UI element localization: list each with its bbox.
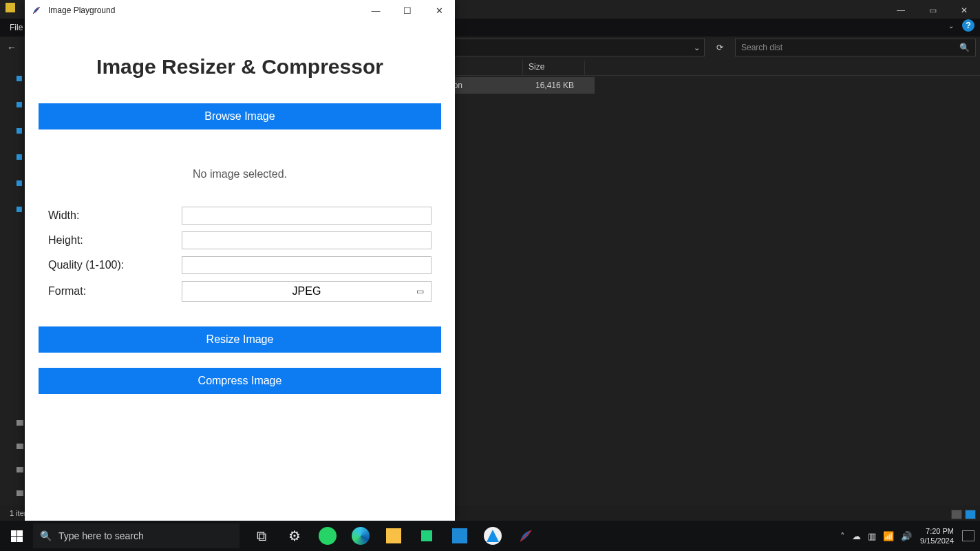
tkinter-app-task-icon[interactable] <box>509 521 542 551</box>
android-studio-icon[interactable] <box>476 521 509 551</box>
vscode-icon[interactable] <box>443 521 476 551</box>
back-arrow-icon[interactable]: ← <box>7 42 22 53</box>
resize-button[interactable]: Resize Image <box>39 326 441 353</box>
form: Width: Height: Quality (1-100): Format: … <box>39 207 441 302</box>
task-view-icon[interactable]: ⧉ <box>245 521 278 551</box>
taskbar-search[interactable]: 🔍 Type here to search <box>33 523 239 548</box>
explorer-search-input[interactable]: Search dist 🔍 <box>735 39 976 56</box>
browse-image-button[interactable]: Browse Image <box>39 103 441 129</box>
date: 9/15/2024 <box>920 536 954 545</box>
format-value: JPEG <box>292 285 321 298</box>
quality-row: Quality (1-100): <box>48 256 432 274</box>
format-select[interactable]: JPEG ▭ <box>182 281 432 302</box>
time: 7:20 PM <box>920 526 954 536</box>
sidebar-drives <box>17 420 23 496</box>
ribbon-caret-icon[interactable]: ⌄ <box>948 22 954 30</box>
app-window-controls: — ☐ ✕ <box>360 0 455 21</box>
view-mode-icons <box>951 510 976 519</box>
app-titlebar: Image Playground — ☐ ✕ <box>25 0 455 21</box>
quality-label: Quality (1-100): <box>48 259 182 271</box>
search-icon: 🔍 <box>40 530 52 541</box>
thumbnails-view-icon[interactable] <box>965 510 976 519</box>
app-title: Image Playground <box>48 6 115 15</box>
action-center-icon[interactable] <box>962 530 974 541</box>
search-icon: 🔍 <box>959 43 970 52</box>
edge-icon[interactable] <box>344 521 377 551</box>
search-placeholder: Search dist <box>741 43 782 52</box>
sidebar-item[interactable] <box>17 128 22 134</box>
explorer-window-controls: — ▭ ✕ <box>885 0 980 21</box>
whatsapp-icon[interactable] <box>311 521 344 551</box>
battery-icon[interactable]: ▥ <box>868 531 876 541</box>
help-icon[interactable]: ? <box>962 19 974 32</box>
minimize-button[interactable]: — <box>360 0 392 21</box>
format-row: Format: JPEG ▭ <box>48 281 432 302</box>
address-caret-icon[interactable]: ⌄ <box>694 43 700 52</box>
settings-icon[interactable]: ⚙ <box>278 521 311 551</box>
format-label: Format: <box>48 285 182 298</box>
sidebar-item[interactable] <box>17 444 23 449</box>
minimize-button[interactable]: — <box>885 0 917 21</box>
tray-chevron-icon[interactable]: ˄ <box>840 531 845 541</box>
width-label: Width: <box>48 209 182 222</box>
sidebar-item[interactable] <box>17 154 22 160</box>
column-size[interactable]: Size <box>523 61 585 75</box>
onedrive-icon[interactable]: ☁ <box>852 531 861 541</box>
sidebar-item[interactable] <box>17 467 23 472</box>
close-button[interactable]: ✕ <box>948 0 980 21</box>
quality-input[interactable] <box>182 256 432 274</box>
clock[interactable]: 7:20 PM 9/15/2024 <box>920 526 954 545</box>
pinned-apps: ⧉ ⚙ <box>245 521 542 551</box>
sidebar-quick-access <box>17 76 22 212</box>
wifi-icon[interactable]: 📶 <box>883 531 894 541</box>
app-body: Image Resizer & Compressor Browse Image … <box>25 21 455 394</box>
sidebar-item[interactable] <box>17 420 23 426</box>
explorer-folder-icon <box>6 3 15 12</box>
taskbar: 🔍 Type here to search ⧉ ⚙ ˄ ☁ ▥ 📶 🔊 7:20… <box>0 521 980 551</box>
taskbar-search-placeholder: Type here to search <box>58 530 144 541</box>
sidebar-item[interactable] <box>17 102 22 107</box>
app-heading: Image Resizer & Compressor <box>39 55 441 79</box>
width-row: Width: <box>48 207 432 225</box>
no-image-label: No image selected. <box>39 168 441 180</box>
file-menu[interactable]: File <box>10 23 23 32</box>
compress-button[interactable]: Compress Image <box>39 368 441 394</box>
dropdown-handle-icon: ▭ <box>416 287 424 296</box>
start-button[interactable] <box>0 521 33 551</box>
refresh-icon[interactable]: ⟳ <box>712 43 728 52</box>
file-size-cell: 16,416 KB <box>523 81 585 90</box>
tray-icons: ˄ ☁ ▥ 📶 🔊 <box>840 531 912 541</box>
maximize-button[interactable]: ▭ <box>917 0 948 21</box>
height-row: Height: <box>48 231 432 249</box>
height-input[interactable] <box>182 231 432 249</box>
windows-logo-icon <box>11 530 23 542</box>
actions: Resize Image Compress Image <box>39 326 441 394</box>
sidebar-item[interactable] <box>17 76 22 81</box>
system-tray: ˄ ☁ ▥ 📶 🔊 7:20 PM 9/15/2024 <box>840 526 980 545</box>
tkinter-feather-icon <box>32 6 41 15</box>
app-window: Image Playground — ☐ ✕ Image Resizer & C… <box>25 0 455 521</box>
pycharm-icon[interactable] <box>410 521 443 551</box>
height-label: Height: <box>48 234 182 247</box>
sidebar-item[interactable] <box>17 207 22 212</box>
details-view-icon[interactable] <box>951 510 962 519</box>
file-explorer-icon[interactable] <box>377 521 410 551</box>
volume-icon[interactable]: 🔊 <box>901 531 912 541</box>
width-input[interactable] <box>182 207 432 225</box>
sidebar-item[interactable] <box>17 490 23 496</box>
maximize-button[interactable]: ☐ <box>392 0 423 21</box>
close-button[interactable]: ✕ <box>423 0 455 21</box>
sidebar-item[interactable] <box>17 180 22 186</box>
